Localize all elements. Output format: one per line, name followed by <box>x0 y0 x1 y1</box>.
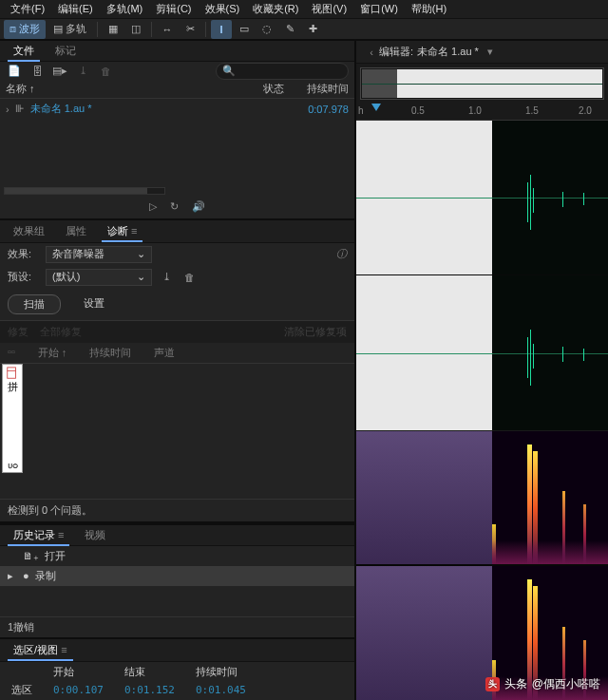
svg-rect-0 <box>8 367 16 377</box>
effect-dropdown[interactable]: 杂音降噪器 ⌄ <box>46 246 152 263</box>
play-preview-button[interactable]: ▷ <box>149 200 157 213</box>
brush-tool-button[interactable]: ✎ <box>279 20 300 39</box>
waveform-display[interactable] <box>356 121 608 430</box>
ime-footer: ᴜᴑ <box>8 461 18 470</box>
sv-start-value[interactable]: 0:00.107 <box>44 682 113 698</box>
delete-preset-button[interactable]: 🗑 <box>180 269 198 286</box>
panel-menu-icon[interactable]: ≡ <box>131 225 137 236</box>
history-label: 打开 <box>45 549 66 563</box>
separator <box>205 22 206 37</box>
razor-tool-button[interactable]: ✂ <box>180 20 200 39</box>
tab-diagnostics[interactable]: 诊断 ≡ <box>98 221 146 241</box>
editor-header: ‹ 编辑器: 未命名 1.au * ▾ <box>356 41 608 64</box>
clear-repaired-button[interactable]: 清除已修复项 <box>284 325 347 339</box>
waveform-left-channel[interactable] <box>356 121 608 274</box>
ruler-tick: 0.5 <box>411 105 425 116</box>
file-row[interactable]: › ⊪ 未命名 1.au * 0:07.978 <box>0 99 354 119</box>
heal-tool-button[interactable]: ✚ <box>302 20 323 39</box>
menu-file[interactable]: 文件(F) <box>4 0 51 18</box>
auto-play-button[interactable]: 🔊 <box>192 200 205 213</box>
left-column: 文件 标记 📄 🗄 ▤▸ ⤓ 🗑 🔍 名称 ↑ 状态 持续时间 › ⊪ 未命名 … <box>0 41 356 700</box>
history-item-record[interactable]: ▸ ● 录制 <box>0 566 354 586</box>
tab-history[interactable]: 历史记录 ≡ <box>4 525 73 545</box>
chevron-down-icon: ⌄ <box>137 248 145 260</box>
time-ruler[interactable]: h 0.5 1.0 1.5 2.0 <box>356 104 608 121</box>
playhead-icon[interactable] <box>371 104 381 113</box>
menu-help[interactable]: 帮助(H) <box>405 0 453 18</box>
mode-waveform-button[interactable]: ⧈ 波形 <box>4 20 46 39</box>
time-select-tool-button[interactable]: I <box>211 20 232 39</box>
repair-button[interactable]: 修复 <box>8 325 28 339</box>
preset-value: (默认) <box>52 270 80 284</box>
scan-button[interactable]: 扫描 <box>8 294 61 314</box>
effect-value: 杂音降噪器 <box>52 247 104 261</box>
expand-icon[interactable]: › <box>6 104 10 115</box>
loop-button[interactable]: ↻ <box>170 200 179 213</box>
editor-display-area <box>356 121 608 700</box>
tab-effect-group[interactable]: 效果组 <box>4 221 54 241</box>
file-list-body <box>0 119 354 196</box>
col-status[interactable]: 状态 <box>240 82 288 96</box>
lasso-tool-button[interactable]: ◌ <box>256 20 277 39</box>
file-list-header: 名称 ↑ 状态 持续时间 <box>0 80 354 99</box>
settings-button[interactable]: 设置 <box>68 294 120 314</box>
ime-doc-icon <box>6 367 19 380</box>
repair-all-button[interactable]: 全部修复 <box>40 325 82 339</box>
panel-transport: ▷ ↻ 🔊 <box>0 197 354 220</box>
col-duration[interactable]: 持续时间 <box>288 82 349 96</box>
tab-attributes[interactable]: 属性 <box>56 221 96 241</box>
col-duration[interactable]: 持续时间 <box>89 346 131 360</box>
menu-multi[interactable]: 多轨(M) <box>100 0 150 18</box>
navigator-overview[interactable] <box>360 67 604 100</box>
menu-fav[interactable]: 收藏夹(R) <box>246 0 305 18</box>
tab-files[interactable]: 文件 <box>4 41 44 61</box>
menu-window[interactable]: 窗口(W) <box>353 0 405 18</box>
ime-popup[interactable]: 拼 ᴜᴑ <box>2 364 23 473</box>
open-file-button[interactable]: 📄 <box>6 63 23 80</box>
menu-view[interactable]: 视图(V) <box>305 0 353 18</box>
move-tool-button[interactable]: ↔ <box>157 20 178 39</box>
waveform-right-channel[interactable] <box>356 275 608 429</box>
preset-dropdown[interactable]: (默认) ⌄ <box>46 269 152 286</box>
history-list: 🗎₊ 打开 ▸ ● 录制 <box>0 546 354 586</box>
menu-clip[interactable]: 剪辑(C) <box>149 0 198 18</box>
multitrack-insert-button[interactable]: ▤▸ <box>51 63 68 80</box>
history-panel-tabs: 历史记录 ≡ 视频 <box>0 525 354 546</box>
marquee-tool-button[interactable]: ▭ <box>234 20 255 39</box>
col-channel[interactable]: 声道 <box>154 346 175 360</box>
editor-prev-button[interactable]: ‹ <box>364 47 379 58</box>
col-start[interactable]: 开始 ↑ <box>38 346 67 360</box>
ruler-tick: 1.5 <box>525 105 539 116</box>
history-item-open[interactable]: 🗎₊ 打开 <box>0 546 354 566</box>
menu-edit[interactable]: 编辑(E) <box>51 0 100 18</box>
spectral-left-channel[interactable] <box>356 431 608 565</box>
history-label: 录制 <box>35 569 56 583</box>
undo-count: 1撤销 <box>0 616 354 637</box>
preset-label: 预设: <box>8 270 40 284</box>
spectral-view-button[interactable]: ▦ <box>103 20 124 39</box>
tab-video[interactable]: 视频 <box>75 525 115 545</box>
menu-effects[interactable]: 效果(S) <box>199 0 247 18</box>
tab-markers[interactable]: 标记 <box>46 41 86 61</box>
tab-selection-view[interactable]: 选区/视图 ≡ <box>4 640 77 660</box>
sv-end-value[interactable]: 0:01.152 <box>115 682 184 698</box>
mode-multitrack-button[interactable]: ▤ 多轨 <box>48 20 92 39</box>
mode-multitrack-label: 多轨 <box>66 22 86 36</box>
editor-dropdown-button[interactable]: ▾ <box>483 46 498 58</box>
sv-dur-value[interactable]: 0:01.045 <box>186 682 256 698</box>
col-name[interactable]: 名称 ↑ <box>6 82 240 96</box>
spectral-display[interactable] <box>356 431 608 700</box>
h-scrollbar[interactable] <box>4 187 165 195</box>
toolbar: ⧈ 波形 ▤ 多轨 ▦ ◫ ↔ ✂ I ▭ ◌ ✎ ✚ <box>0 18 608 41</box>
pitch-view-button[interactable]: ◫ <box>125 20 146 39</box>
info-button[interactable]: ⓘ <box>336 247 347 261</box>
search-icon: 🔍 <box>222 65 236 77</box>
spectral-icon: ▦ <box>108 23 118 35</box>
search-input[interactable]: 🔍 <box>216 63 349 80</box>
editor-panel-label: 编辑器: <box>379 45 413 59</box>
export-button[interactable]: ⤓ <box>74 63 91 80</box>
diagnostics-list-body: 拼 ᴜᴑ <box>0 364 354 499</box>
delete-button[interactable]: 🗑 <box>97 63 114 80</box>
save-preset-button[interactable]: ⤓ <box>158 269 175 286</box>
import-button[interactable]: 🗄 <box>28 63 46 80</box>
